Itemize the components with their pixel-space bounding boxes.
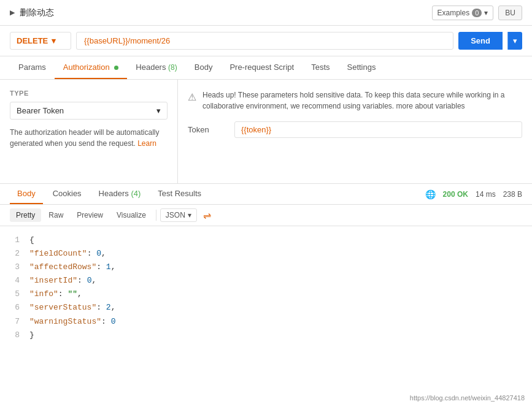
brace: } [29,330,34,340]
code-line: 2"fieldCount": 0, [10,247,522,261]
response-meta: 🌐 200 OK 14 ms 238 B [425,189,522,199]
json-key: "insertId" [29,276,77,285]
json-key: "affectedRows" [29,262,96,272]
colon: : [101,317,111,326]
code-line: 6"serverStatus": 2, [10,301,522,314]
resp-tab-headers-label: Headers [99,189,129,198]
preview-button[interactable]: Preview [71,208,109,222]
top-bar-right: Examples 0 ▾ BU [432,6,522,20]
method-select[interactable]: DELETE ▾ [10,32,71,50]
request-tabs: Params Authorization Headers (8) Body Pr… [0,56,532,80]
json-key: "fieldCount" [29,249,87,258]
method-dropdown-icon: ▾ [52,36,56,45]
headers-badge: (8) [168,63,177,72]
line-content: } [29,329,522,342]
line-number: 4 [10,274,20,288]
number-value: 1 [106,262,111,272]
response-tabs: Body Cookies Headers (4) Test Results 🌐 … [0,184,532,205]
top-bar-left: ▶ 删除动态 [10,7,54,18]
string-value: "" [67,289,77,299]
pretty-button[interactable]: Pretty [10,208,41,222]
resp-tab-test-results[interactable]: Test Results [150,184,209,204]
more-about-variables-link[interactable]: more about variables [396,102,465,110]
line-number: 8 [10,329,20,342]
authorization-dot [114,66,118,70]
resp-tab-cookies-label: Cookies [53,189,82,198]
type-select[interactable]: Bearer Token ▾ [10,102,168,120]
line-content: "affectedRows": 1, [29,261,522,274]
examples-button[interactable]: Examples 0 ▾ [432,6,494,20]
code-line: 4"insertId": 0, [10,274,522,288]
tab-params[interactable]: Params [10,56,55,79]
number-value: 2 [106,303,111,312]
colon: : [77,276,87,285]
request-name: 删除动态 [20,7,54,18]
json-select[interactable]: JSON ▾ [160,208,197,222]
raw-button[interactable]: Raw [42,208,69,222]
send-dropdown-button[interactable]: ▾ [507,32,522,50]
colon: : [87,249,97,258]
resp-tab-cookies[interactable]: Cookies [45,184,89,204]
auth-description-text: The authorization header will be automat… [10,128,159,148]
line-content: "info": "", [29,288,522,301]
type-label: TYPE [10,90,168,97]
collapse-arrow[interactable]: ▶ [10,9,15,17]
resp-tab-headers[interactable]: Headers (4) [91,184,148,204]
comma: , [111,303,116,312]
tab-headers[interactable]: Headers (8) [127,56,185,79]
tab-authorization-label: Authorization [63,63,110,72]
code-line: 5"info": "", [10,288,522,301]
line-number: 6 [10,301,20,314]
url-bar: DELETE ▾ Send ▾ [0,26,532,56]
url-input[interactable] [76,32,453,50]
json-key: "warningStatus" [29,317,101,326]
json-select-label: JSON [166,211,185,219]
tab-tests[interactable]: Tests [303,56,338,79]
tab-body-label: Body [195,63,213,72]
line-content: "warningStatus": 0 [29,315,522,329]
brace: { [29,235,34,245]
comma: , [91,276,96,285]
line-number: 1 [10,234,20,247]
tab-settings-label: Settings [347,63,376,72]
top-bar: ▶ 删除动态 Examples 0 ▾ BU [0,0,532,26]
resp-tab-body[interactable]: Body [10,184,43,204]
line-number: 2 [10,247,20,261]
json-key: "serverStatus" [29,303,96,312]
status-size: 238 B [503,190,522,199]
examples-dropdown-icon: ▾ [484,9,488,17]
examples-label: Examples [438,9,470,17]
resp-tab-test-results-label: Test Results [158,189,201,198]
code-line: 7"warningStatus": 0 [10,315,522,329]
tab-pre-request-script[interactable]: Pre-request Script [221,56,303,79]
format-divider [156,210,156,221]
type-select-arrow: ▾ [156,106,161,115]
tab-settings[interactable]: Settings [339,56,385,79]
auth-left-panel: TYPE Bearer Token ▾ The authorization he… [0,80,178,183]
comma: , [111,262,116,272]
json-dropdown-icon: ▾ [188,211,191,219]
send-button[interactable]: Send [458,32,503,50]
colon: : [96,303,106,312]
code-line: 1{ [10,234,522,247]
tab-authorization[interactable]: Authorization [55,56,128,79]
learn-link[interactable]: Learn [137,139,156,148]
auth-description: The authorization header will be automat… [10,127,168,149]
comma: , [101,249,106,258]
format-bar: Pretty Raw Preview Visualize JSON ▾ ⇌ [0,205,532,226]
warning-box: ⚠ Heads up! These parameters hold sensit… [188,90,522,112]
wrap-button[interactable]: ⇌ [203,210,211,221]
line-number: 3 [10,261,20,274]
resp-headers-badge: (4) [131,189,141,198]
bu-button[interactable]: BU [498,6,522,20]
colon: : [58,289,68,299]
line-content: "fieldCount": 0, [29,247,522,261]
tab-body[interactable]: Body [186,56,222,79]
token-value: {{token}} [234,121,522,138]
token-row: Token {{token}} [188,121,522,138]
line-number: 7 [10,315,20,329]
code-line: 8} [10,329,522,342]
tab-tests-label: Tests [311,63,330,72]
line-content: "insertId": 0, [29,274,522,288]
visualize-button[interactable]: Visualize [110,208,152,222]
